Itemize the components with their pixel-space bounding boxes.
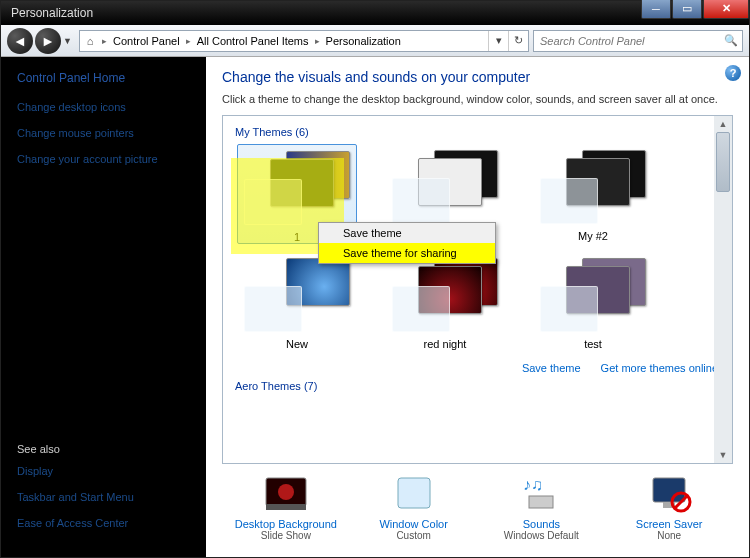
- breadcrumb-seg[interactable]: Personalization: [322, 31, 405, 51]
- theme-thumbnail: [390, 256, 500, 334]
- minimize-button[interactable]: ─: [641, 0, 671, 19]
- ctx-save-theme-sharing[interactable]: Save theme for sharing: [319, 243, 495, 263]
- theme-thumbnail: [242, 256, 352, 334]
- bottom-value: Slide Show: [261, 530, 311, 541]
- sidebar-link[interactable]: Ease of Access Center: [17, 517, 190, 529]
- screen-saver-button[interactable]: Screen Saver None: [609, 474, 729, 541]
- chevron-right-icon: ▸: [100, 36, 109, 46]
- window-color-button[interactable]: Window Color Custom: [354, 474, 474, 541]
- page-subtext: Click a theme to change the desktop back…: [222, 93, 733, 105]
- theme-item[interactable]: New: [237, 252, 357, 350]
- sounds-icon: ♪♫: [517, 474, 565, 514]
- bottom-label: Sounds: [523, 518, 560, 530]
- window-title: Personalization: [7, 6, 93, 20]
- theme-thumbnail: [538, 256, 648, 334]
- svg-rect-3: [398, 478, 430, 508]
- forward-button[interactable]: ►: [35, 28, 61, 54]
- theme-label: 1: [294, 231, 300, 243]
- bottom-label: Window Color: [379, 518, 447, 530]
- personalization-window: Personalization ─ ▭ ✕ ◄ ► ▼ ⌂ ▸ Control …: [0, 0, 750, 558]
- svg-rect-6: [653, 478, 685, 502]
- sounds-button[interactable]: ♪♫ Sounds Windows Default: [481, 474, 601, 541]
- theme-label: test: [584, 338, 602, 350]
- get-themes-link[interactable]: Get more themes online: [601, 362, 718, 374]
- breadcrumb-seg[interactable]: Control Panel: [109, 31, 184, 51]
- page-heading: Change the visuals and sounds on your co…: [222, 69, 733, 85]
- maximize-button[interactable]: ▭: [672, 0, 702, 19]
- save-theme-link[interactable]: Save theme: [522, 362, 581, 374]
- scroll-down-arrow[interactable]: ▼: [714, 447, 732, 463]
- scroll-up-arrow[interactable]: ▲: [714, 116, 732, 132]
- breadcrumb-seg[interactable]: All Control Panel Items: [193, 31, 313, 51]
- sidebar-link[interactable]: Change mouse pointers: [17, 127, 190, 139]
- themes-panel: My Themes (6) 1: [222, 115, 733, 464]
- ctx-save-theme[interactable]: Save theme: [319, 223, 495, 243]
- address-bar[interactable]: ⌂ ▸ Control Panel ▸ All Control Panel It…: [79, 30, 529, 52]
- theme-item[interactable]: red night: [385, 252, 505, 350]
- history-dropdown[interactable]: ▼: [63, 32, 75, 50]
- svg-text:♪♫: ♪♫: [523, 476, 543, 493]
- bottom-strip: Desktop Background Slide Show Window Col…: [222, 464, 733, 545]
- svg-rect-2: [266, 504, 306, 510]
- scrollbar[interactable]: ▲ ▼: [714, 116, 732, 463]
- desktop-background-icon: [262, 474, 310, 514]
- theme-thumbnail: [390, 148, 500, 226]
- window-color-icon: [390, 474, 438, 514]
- theme-thumbnail: [242, 149, 352, 227]
- close-button[interactable]: ✕: [703, 0, 749, 19]
- scrollbar-thumb[interactable]: [716, 132, 730, 192]
- sidebar-link[interactable]: Taskbar and Start Menu: [17, 491, 190, 503]
- content-pane: ? Change the visuals and sounds on your …: [206, 57, 749, 557]
- bottom-value: Windows Default: [504, 530, 579, 541]
- theme-label: New: [286, 338, 308, 350]
- back-button[interactable]: ◄: [7, 28, 33, 54]
- theme-thumbnail: [538, 148, 648, 226]
- search-input[interactable]: [534, 35, 720, 47]
- svg-rect-5: [529, 496, 553, 508]
- refresh-button[interactable]: ↻: [508, 31, 528, 51]
- sidebar: Control Panel Home Change desktop icons …: [1, 57, 206, 557]
- context-menu: Save theme Save theme for sharing: [318, 222, 496, 264]
- theme-label: red night: [424, 338, 467, 350]
- desktop-background-button[interactable]: Desktop Background Slide Show: [226, 474, 346, 541]
- chevron-right-icon: ▸: [184, 36, 193, 46]
- bottom-label: Desktop Background: [235, 518, 337, 530]
- sidebar-home[interactable]: Control Panel Home: [17, 71, 190, 85]
- address-dropdown[interactable]: ▾: [488, 31, 508, 51]
- sidebar-link[interactable]: Display: [17, 465, 190, 477]
- bottom-value: Custom: [396, 530, 430, 541]
- bottom-value: None: [657, 530, 681, 541]
- theme-label: My #2: [578, 230, 608, 242]
- bottom-label: Screen Saver: [636, 518, 703, 530]
- help-icon[interactable]: ?: [725, 65, 741, 81]
- theme-item[interactable]: My #2: [533, 144, 653, 244]
- search-icon[interactable]: 🔍: [720, 34, 742, 47]
- home-icon[interactable]: ⌂: [80, 35, 100, 47]
- titlebar: Personalization ─ ▭ ✕: [1, 1, 749, 25]
- sidebar-link[interactable]: Change desktop icons: [17, 101, 190, 113]
- navbar: ◄ ► ▼ ⌂ ▸ Control Panel ▸ All Control Pa…: [1, 25, 749, 57]
- see-also-heading: See also: [17, 443, 190, 455]
- screen-saver-icon: [645, 474, 693, 514]
- svg-point-1: [278, 484, 294, 500]
- section-aero-themes: Aero Themes (7): [235, 380, 724, 392]
- section-my-themes: My Themes (6): [235, 126, 724, 138]
- chevron-right-icon: ▸: [313, 36, 322, 46]
- sidebar-link[interactable]: Change your account picture: [17, 153, 190, 165]
- search-box[interactable]: 🔍: [533, 30, 743, 52]
- theme-item[interactable]: test: [533, 252, 653, 350]
